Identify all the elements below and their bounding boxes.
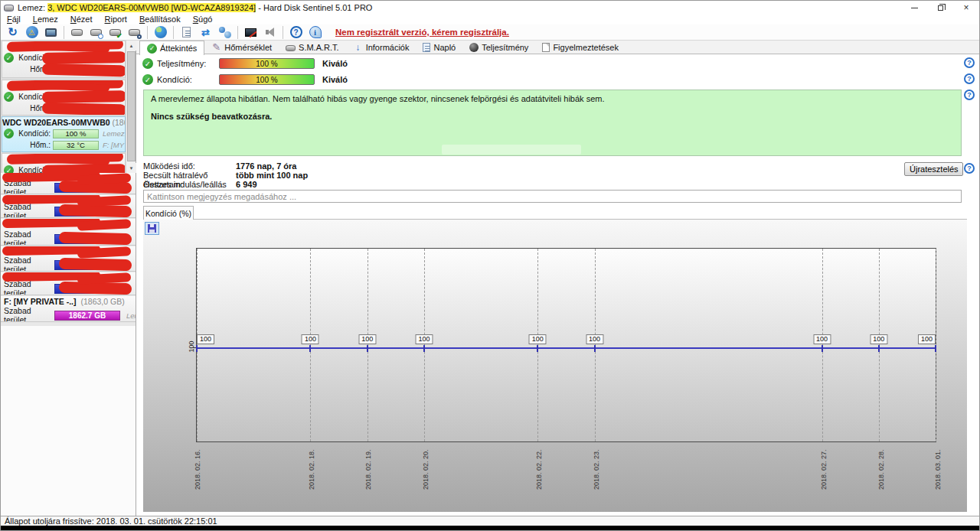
menu-item-fjl[interactable]: Fájl xyxy=(1,15,27,24)
help-icon[interactable]: ? xyxy=(964,57,975,68)
menu-item-lemez[interactable]: Lemez xyxy=(27,15,64,24)
partition-title: F: [MY PRIVATE -..](1863,0 GB) xyxy=(1,296,136,306)
info-button[interactable] xyxy=(305,24,325,40)
app-icon xyxy=(4,5,14,11)
page-icon xyxy=(542,43,550,52)
redaction-scribble xyxy=(42,103,126,116)
performance-rating: Kiváló xyxy=(322,59,348,68)
restore-button[interactable] xyxy=(927,1,953,15)
help-icon[interactable]: ? xyxy=(964,73,975,84)
sync-button[interactable] xyxy=(196,24,215,40)
tab-naplo[interactable]: Napló xyxy=(416,41,462,54)
report-button[interactable] xyxy=(177,24,196,40)
partition-entry[interactable]: Szabad terület xyxy=(1,246,136,272)
screenshot-bottom-strip xyxy=(1,526,979,530)
chart-date-label: 2018. 02. 27. xyxy=(820,449,828,490)
warning-button[interactable] xyxy=(22,24,41,40)
check-icon: ✓ xyxy=(4,165,14,173)
redaction-scribble xyxy=(42,164,126,173)
app-window: Lemez: 3, WDC WD20EARS-00MVWB0 [WD-WCAZA… xyxy=(0,0,980,531)
monitor-icon xyxy=(45,28,57,37)
help-button[interactable] xyxy=(286,24,305,40)
disk-accept-button[interactable]: ✔ xyxy=(106,24,125,40)
menu-item-nzet[interactable]: Nézet xyxy=(64,15,99,24)
disk-list-scrollbar[interactable]: ▲ ▼ xyxy=(126,41,136,173)
disk-entry[interactable]: ✓Kondíció:Hőm.: xyxy=(2,80,126,116)
sound-button[interactable] xyxy=(260,24,279,40)
menu-item-sg[interactable]: Súgó xyxy=(187,15,219,24)
clock-badge xyxy=(98,34,103,39)
globe-button[interactable] xyxy=(151,24,170,40)
help-icon[interactable]: ? xyxy=(964,90,975,100)
partition-entry[interactable]: Szabad terület xyxy=(1,173,136,194)
tab-homerseklet[interactable]: Hőmérséklet xyxy=(204,41,279,54)
disk-button[interactable] xyxy=(67,24,87,40)
refresh-button[interactable] xyxy=(3,24,22,40)
disk-clock-button[interactable] xyxy=(87,24,106,40)
save-chart-button[interactable] xyxy=(145,222,159,235)
main-panel: ÁttekintésHőmérsékletS.M.A.R.T.Informáci… xyxy=(136,41,979,516)
disk-entry[interactable]: ✓Kondíció:Hőm.: xyxy=(2,41,126,78)
tab-label: Figyelmeztetések xyxy=(553,43,619,52)
partition-list: Szabad területSzabad területSzabad terül… xyxy=(1,173,136,326)
unregistered-warning[interactable]: Nem regisztrált verzió, kérem regisztrál… xyxy=(335,28,509,37)
disk-entry-selected[interactable]: WDC WD20EARS-00MVWB0 (1863,0 GB)✓Kondíci… xyxy=(2,116,126,152)
globe-icon xyxy=(155,26,167,38)
comment-input[interactable] xyxy=(143,190,962,203)
redaction-scribble xyxy=(42,90,126,103)
chart-point-label: 100 xyxy=(918,334,936,344)
tab-smart[interactable]: S.M.A.R.T. xyxy=(279,41,346,54)
tab-attekintes[interactable]: Áttekintés xyxy=(139,41,204,55)
partition-size: (1863,0 GB) xyxy=(81,297,125,306)
disk-number-label: Lemez: 3 xyxy=(103,129,125,138)
temperature-bar: 32 °C xyxy=(53,141,99,150)
tab-teljesitmeny[interactable]: Teljesítmény xyxy=(462,41,535,54)
menu-item-belltsok[interactable]: Beállítások xyxy=(133,15,187,24)
free-space-label: Szabad terület xyxy=(4,202,54,218)
stat-value: 1776 nap, 7 óra xyxy=(236,161,297,171)
disk-entry[interactable]: ✓Kondíció:Hőm.: xyxy=(2,153,126,173)
chart-tab-condition[interactable]: Kondíció (%) xyxy=(143,206,194,220)
condition-line xyxy=(197,347,936,349)
info-icon xyxy=(309,26,322,38)
close-button[interactable]: × xyxy=(953,1,979,15)
performance-value: 100 % xyxy=(256,60,277,68)
partition-entry[interactable]: F: [MY PRIVATE -..](1863,0 GB)Szabad ter… xyxy=(1,296,136,322)
network-icon xyxy=(219,26,231,38)
chart-point-tick xyxy=(309,345,311,352)
health-message-box: A merevlemez állapota hibátlan. Nem talá… xyxy=(143,90,962,156)
toolbar: ✔Nem regisztrált verzió, kérem regisztrá… xyxy=(1,24,979,41)
disk-icon xyxy=(286,45,296,51)
check-icon: ✓ xyxy=(4,129,14,138)
toolbar-separator xyxy=(147,26,148,39)
screen-edit-button[interactable] xyxy=(241,24,260,40)
scroll-down-icon[interactable]: ▼ xyxy=(126,163,136,173)
stat-value: 6 949 xyxy=(236,180,257,189)
toolbar-separator xyxy=(173,26,174,39)
partition-name: F: [MY PRIVATE -..] xyxy=(4,297,77,306)
help-icon[interactable]: ? xyxy=(964,163,975,174)
chart-date-label: 2018. 02. 16. xyxy=(194,449,201,490)
monitor-button[interactable] xyxy=(41,24,60,40)
redaction-scribble xyxy=(59,258,132,271)
x-axis-labels: 2018. 02. 16.2018. 02. 18.2018. 02. 19.2… xyxy=(196,442,936,496)
redaction-scribble xyxy=(77,246,132,259)
scroll-up-icon[interactable]: ▲ xyxy=(126,41,136,50)
minimize-button[interactable] xyxy=(901,1,927,15)
tab-informaciok[interactable]: Információk xyxy=(346,41,416,54)
network-button[interactable] xyxy=(215,24,234,40)
chart-canvas: 100 100100100100100100100100100 2018. 02… xyxy=(143,220,967,512)
check-icon: ✓ xyxy=(142,74,153,85)
partition-entry[interactable]: Szabad terület xyxy=(1,195,136,218)
disk-search-button[interactable] xyxy=(125,24,144,40)
menu-item-riport[interactable]: Riport xyxy=(99,15,133,24)
chart-date-label: 2018. 02. 28. xyxy=(877,449,885,490)
retest-button[interactable]: Újratesztelés xyxy=(904,162,963,176)
scrollbar-thumb[interactable] xyxy=(127,51,136,161)
free-space-label: Szabad terület xyxy=(4,256,54,272)
partition-entry[interactable]: Szabad terület xyxy=(1,219,136,246)
tab-figyelmeztetesek[interactable]: Figyelmeztetések xyxy=(535,41,626,54)
chart-point-label: 100 xyxy=(302,334,319,344)
partition-entry[interactable]: Szabad terület xyxy=(1,272,136,295)
screen-edit-icon xyxy=(245,28,256,37)
